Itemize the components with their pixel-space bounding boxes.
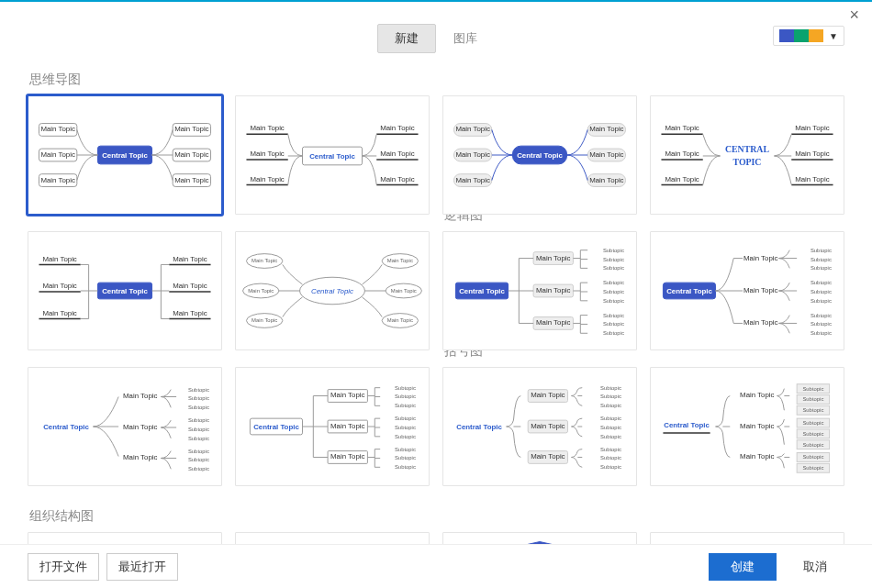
svg-text:Main Topic: Main Topic — [42, 282, 76, 290]
svg-text:Main Topic: Main Topic — [248, 288, 274, 294]
svg-text:Subtopic: Subtopic — [802, 420, 823, 426]
template-mindmap-1[interactable]: Central Topic Main Topic Main Topic Main… — [28, 95, 222, 215]
svg-text:Central Topic: Central Topic — [666, 287, 712, 295]
svg-text:Subtopic: Subtopic — [802, 386, 823, 392]
template-mindmap-3[interactable]: Central Topic Main Topic Main Topic Main… — [442, 95, 637, 215]
footer: 打开文件 最近打开 创建 取消 — [0, 544, 872, 588]
svg-text:Main Topic: Main Topic — [740, 422, 774, 430]
svg-text:Main Topic: Main Topic — [743, 286, 777, 294]
svg-text:Subtopic: Subtopic — [603, 289, 624, 294]
svg-text:Subtopic: Subtopic — [603, 257, 624, 262]
template-bracket-2[interactable]: Central Topic Main Topic Main Topic Main… — [650, 367, 844, 486]
header: 新建 图库 ▼ — [0, 24, 872, 55]
open-file-button[interactable]: 打开文件 — [28, 553, 99, 581]
svg-text:Subtopic: Subtopic — [811, 289, 832, 294]
svg-text:Subtopic: Subtopic — [188, 466, 209, 472]
template-bracket-1[interactable]: Central Topic Main Topic Main Topic Main… — [442, 367, 637, 486]
color-palette-dropdown[interactable]: ▼ — [773, 26, 844, 46]
tab-gallery[interactable]: 图库 — [436, 24, 495, 53]
svg-text:Main Topic: Main Topic — [174, 150, 208, 159]
svg-text:Main Topic: Main Topic — [455, 150, 489, 159]
svg-text:Subtopic: Subtopic — [395, 434, 416, 439]
svg-text:Subtopic: Subtopic — [188, 395, 209, 401]
svg-text:Subtopic: Subtopic — [802, 396, 823, 402]
svg-text:Central Topic: Central Topic — [102, 287, 148, 295]
svg-text:Subtopic: Subtopic — [600, 394, 621, 399]
svg-text:Subtopic: Subtopic — [395, 464, 416, 470]
close-icon[interactable]: × — [849, 6, 859, 25]
svg-text:Central Topic: Central Topic — [664, 421, 710, 429]
svg-text:Subtopic: Subtopic — [600, 416, 621, 421]
svg-text:Subtopic: Subtopic — [395, 416, 416, 421]
svg-text:Main Topic: Main Topic — [252, 317, 277, 323]
svg-text:Main Topic: Main Topic — [589, 125, 623, 133]
svg-text:Central Topic: Central Topic — [43, 423, 89, 431]
svg-text:Main Topic: Main Topic — [391, 288, 417, 294]
svg-text:Main Topic: Main Topic — [665, 175, 699, 183]
svg-text:Subtopic: Subtopic — [802, 465, 823, 471]
svg-text:Subtopic: Subtopic — [188, 449, 209, 454]
svg-text:Main Topic: Main Topic — [173, 282, 207, 290]
svg-text:Subtopic: Subtopic — [811, 248, 832, 253]
template-logic-2[interactable]: Central Topic Main Topic Main Topic Main… — [650, 231, 844, 350]
svg-text:Subtopic: Subtopic — [395, 447, 416, 452]
svg-text:Central Topic: Central Topic — [253, 423, 299, 431]
svg-text:Main Topic: Main Topic — [40, 125, 74, 133]
swatch — [794, 29, 809, 42]
svg-text:Subtopic: Subtopic — [600, 455, 621, 460]
tabs: 新建 图库 — [0, 24, 872, 53]
svg-text:Main Topic: Main Topic — [40, 176, 74, 184]
template-gallery: 思维导图 Central Topic Main Topic Main Topic… — [0, 66, 872, 544]
svg-text:Subtopic: Subtopic — [811, 313, 832, 318]
svg-text:Subtopic: Subtopic — [811, 330, 832, 336]
swatch — [809, 29, 823, 42]
svg-text:Main Topic: Main Topic — [589, 150, 623, 159]
svg-text:Main Topic: Main Topic — [536, 254, 570, 262]
svg-text:Subtopic: Subtopic — [188, 387, 209, 393]
svg-text:Central Topic: Central Topic — [459, 287, 505, 295]
svg-text:Main Topic: Main Topic — [455, 176, 489, 184]
svg-text:Main Topic: Main Topic — [536, 286, 570, 294]
svg-text:Main Topic: Main Topic — [174, 125, 208, 133]
svg-text:Subtopic: Subtopic — [395, 385, 416, 391]
recent-button[interactable]: 最近打开 — [106, 553, 178, 581]
svg-text:CENTRAL: CENTRAL — [725, 144, 770, 154]
svg-text:Central Topic: Central Topic — [517, 151, 563, 160]
template-org-3[interactable]: Central Topic — [442, 532, 637, 544]
svg-text:Main Topic: Main Topic — [173, 255, 207, 263]
template-mindmap-2[interactable]: Central Topic Main Topic Main Topic Main… — [235, 95, 430, 215]
template-logic-3[interactable]: Central Topic Main Topic Main Topic Main… — [28, 367, 222, 486]
template-mindmap-6[interactable]: Central Topic Main Topic Main Topic Main… — [235, 231, 430, 350]
svg-text:Subtopic: Subtopic — [188, 405, 209, 410]
template-mindmap-5[interactable]: Central Topic Main Topic Main Topic Main… — [28, 231, 222, 350]
svg-text:Subtopic: Subtopic — [603, 248, 624, 253]
svg-text:Main Topic: Main Topic — [531, 391, 565, 399]
section-title-mindmap: 思维导图 — [29, 72, 844, 88]
svg-text:Subtopic: Subtopic — [600, 403, 621, 408]
svg-text:Main Topic: Main Topic — [250, 175, 284, 183]
svg-text:Main Topic: Main Topic — [123, 423, 157, 431]
svg-text:Main Topic: Main Topic — [252, 258, 277, 263]
svg-text:Main Topic: Main Topic — [740, 391, 774, 399]
svg-text:Subtopic: Subtopic — [603, 265, 624, 271]
svg-text:Main Topic: Main Topic — [40, 150, 74, 159]
template-logic-1[interactable]: Central Topic Main Topic Main Topic Main… — [442, 231, 637, 350]
cancel-button[interactable]: 取消 — [786, 552, 844, 582]
svg-text:Main Topic: Main Topic — [42, 309, 76, 317]
svg-text:Subtopic: Subtopic — [188, 436, 209, 441]
create-button[interactable]: 创建 — [709, 553, 777, 581]
template-org-4[interactable]: Central Topic — [650, 532, 844, 544]
svg-text:Main Topic: Main Topic — [795, 150, 829, 158]
svg-text:Main Topic: Main Topic — [740, 452, 774, 460]
svg-text:Subtopic: Subtopic — [395, 455, 416, 460]
svg-text:Main Topic: Main Topic — [173, 309, 207, 317]
template-org-2[interactable] — [235, 532, 430, 544]
svg-text:Main Topic: Main Topic — [250, 150, 284, 158]
template-org-1[interactable]: Central Topic — [28, 532, 222, 544]
svg-text:Main Topic: Main Topic — [531, 452, 565, 460]
tab-new[interactable]: 新建 — [377, 24, 436, 53]
svg-text:Subtopic: Subtopic — [603, 321, 624, 327]
svg-text:Main Topic: Main Topic — [380, 150, 414, 158]
template-logic-4[interactable]: Central Topic Main Topic Main Topic Main… — [235, 367, 430, 486]
template-mindmap-4[interactable]: CENTRAL TOPIC Main Topic Main Topic Main… — [650, 95, 844, 215]
